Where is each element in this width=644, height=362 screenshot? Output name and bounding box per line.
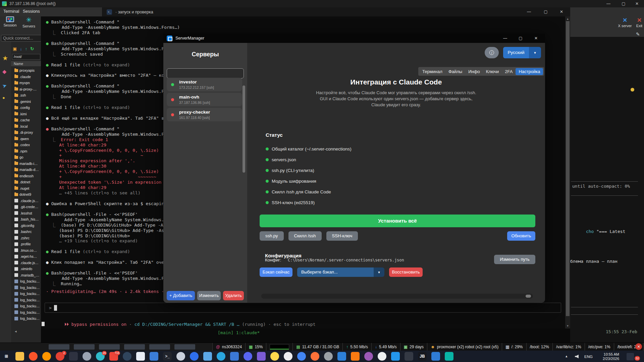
tree-item[interactable]: log_backu… bbox=[11, 303, 41, 309]
quick-connect-input[interactable]: Quick connect... bbox=[1, 35, 46, 42]
notification-center-icon[interactable] bbox=[627, 353, 634, 360]
taskbar-icon-gray-app[interactable] bbox=[83, 352, 92, 361]
taskbar-icon-light-app[interactable] bbox=[176, 352, 185, 361]
taskbar-icon-purple-app[interactable] bbox=[257, 352, 266, 361]
favorites-star-icon[interactable]: ★ bbox=[2, 54, 8, 62]
tree-item[interactable]: .npm bbox=[11, 148, 41, 155]
minimize-button[interactable]: — bbox=[601, 0, 615, 7]
taskbar-icon-firefox-browser[interactable] bbox=[42, 352, 51, 361]
taskbar-icon-blue-circle-app[interactable] bbox=[190, 352, 199, 361]
tray-expand-icon[interactable]: ▴ bbox=[566, 354, 568, 358]
taskbar-icon-edge-browser[interactable]: 26 bbox=[96, 352, 105, 361]
taskbar-icon-blue-app[interactable] bbox=[150, 352, 159, 361]
tree-item[interactable]: .claude bbox=[11, 74, 41, 80]
tree-item[interactable]: .tmux.co… bbox=[11, 247, 41, 254]
refresh-icon[interactable]: ↻ bbox=[30, 46, 34, 51]
tree-item[interactable]: .qwen bbox=[11, 136, 41, 142]
server-item[interactable]: main-ovh37.187.136.86 [ssh] bbox=[167, 93, 242, 106]
tab-Ключи[interactable]: Ключи bbox=[483, 68, 502, 75]
tree-item[interactable]: .nuget bbox=[11, 185, 41, 192]
install-all-button[interactable]: Установить всё bbox=[260, 215, 535, 227]
tree-item[interactable]: .ssh bbox=[11, 92, 41, 99]
taskbar-icon-settings-app[interactable] bbox=[324, 352, 333, 361]
yellow-dot-icon[interactable]: ● bbox=[2, 95, 5, 100]
tree-item[interactable]: ai-proxy-… bbox=[11, 86, 41, 93]
session-button[interactable]: Session bbox=[1, 16, 19, 27]
taskbar-icon-notepad[interactable] bbox=[136, 352, 145, 361]
taskbar-icon-terminal-app[interactable]: >_ bbox=[163, 352, 172, 361]
tree-item[interactable]: .git-crede… bbox=[11, 204, 41, 210]
tree-item[interactable]: log_backu… bbox=[11, 309, 41, 316]
terminal-scrollbar[interactable]: ▲ ▼ bbox=[565, 16, 570, 328]
servermanager-titlebar[interactable]: ServerManager bbox=[163, 34, 545, 43]
tree-item[interactable]: .bash_his… bbox=[11, 216, 41, 223]
tree-item[interactable]: .cache bbox=[11, 117, 41, 123]
menu-terminal[interactable]: Terminal bbox=[3, 9, 19, 14]
terminal-input-box[interactable]: > bbox=[45, 303, 561, 313]
tab-Файлы[interactable]: Файлы bbox=[445, 68, 465, 75]
taskbar-icon-telegram[interactable] bbox=[217, 352, 226, 361]
tree-item[interactable]: .claude.js… bbox=[11, 198, 41, 204]
taskbar-icon-jetbrains-toolbox[interactable]: JB bbox=[418, 352, 427, 361]
delete-server-button[interactable]: Удалить bbox=[223, 291, 244, 300]
taskbar-icon-photos-app[interactable] bbox=[230, 352, 239, 361]
taskbar-icon-anydesk[interactable]: 715 bbox=[109, 352, 118, 361]
taskbar-icon-docker[interactable] bbox=[391, 352, 400, 361]
tab-Терминал[interactable]: Терминал bbox=[419, 68, 445, 75]
install-part-button[interactable]: SSH-ключ bbox=[326, 231, 358, 241]
horizontal-scrollbar[interactable] bbox=[261, 294, 533, 299]
tree-item[interactable]: .codex bbox=[11, 142, 41, 148]
statusbar-close-button[interactable]: ✕ bbox=[635, 343, 642, 350]
tree-item[interactable]: .dotnet bbox=[11, 179, 41, 185]
taskbar-icon-paint-tool[interactable] bbox=[445, 352, 454, 361]
tree-item[interactable]: .di-proxy bbox=[11, 129, 41, 136]
tree-item[interactable]: .wget-hs… bbox=[11, 253, 41, 260]
pencil-icon[interactable]: ✎ bbox=[636, 32, 640, 37]
install-part-button[interactable]: ssh.py bbox=[260, 231, 284, 241]
taskbar-icon-dark-app[interactable] bbox=[69, 352, 78, 361]
tree-item[interactable]: .lesshst bbox=[11, 210, 41, 217]
menu-sessions[interactable]: Sessions bbox=[23, 9, 40, 14]
tree-column-header[interactable]: Name bbox=[11, 61, 41, 67]
sm-close-button[interactable]: ✕ bbox=[529, 34, 543, 43]
taskbar-icon-brave-browser[interactable] bbox=[29, 352, 38, 361]
tree-item[interactable]: .local bbox=[11, 123, 41, 130]
taskbar-icon-white-app[interactable] bbox=[378, 352, 387, 361]
scrollbar-thumb[interactable] bbox=[526, 295, 531, 298]
terminal-minimize-button[interactable]: — bbox=[521, 7, 537, 16]
servers-button[interactable]: ✳ Servers bbox=[19, 16, 38, 28]
server-item[interactable]: proxy-checker161.97.118.40 [ssh] bbox=[167, 108, 242, 121]
taskbar-icon-vscode[interactable] bbox=[337, 352, 346, 361]
tree-item[interactable]: .mariadb_… bbox=[11, 272, 41, 279]
taskbar-icon-chrome-profile[interactable]: 2 bbox=[56, 352, 65, 361]
edit-server-button[interactable]: Изменить bbox=[197, 291, 221, 300]
server-list-scrollbar[interactable] bbox=[243, 85, 245, 173]
tab-2FA[interactable]: 2FA bbox=[502, 68, 516, 75]
taskbar-icon-github-desktop[interactable] bbox=[284, 352, 293, 361]
tree-item[interactable]: endlessh bbox=[11, 173, 41, 179]
tree-item[interactable]: .gemini bbox=[11, 99, 41, 105]
taskbar-icon-file-explorer[interactable] bbox=[15, 352, 24, 361]
keyboard-language[interactable]: ENG bbox=[584, 355, 593, 359]
taskbar-icon-firefox-dev[interactable] bbox=[311, 352, 320, 361]
taskbar-icon-jetbrains-ide[interactable] bbox=[351, 352, 360, 361]
taskbar-icon-purple-circle-app[interactable] bbox=[364, 352, 373, 361]
tree-item[interactable]: log_backu… bbox=[11, 315, 41, 322]
taskbar-icon-chrome[interactable] bbox=[297, 352, 306, 361]
chevron-down-icon[interactable]: ▾ bbox=[374, 267, 384, 277]
tree-item[interactable]: proxyapis bbox=[11, 67, 41, 74]
taskbar-icon-start[interactable]: ⊞ bbox=[2, 352, 11, 361]
folder-up-icon[interactable]: ▣ bbox=[13, 46, 17, 51]
tree-item[interactable]: log_backu… bbox=[11, 285, 41, 291]
info-button[interactable]: i bbox=[485, 47, 499, 58]
taskbar-icon-yellow-app[interactable] bbox=[270, 352, 279, 361]
tree-item[interactable]: .gitconfig bbox=[11, 223, 41, 229]
tree-item[interactable]: go bbox=[11, 154, 41, 161]
taskbar-icon-blue-folder-app[interactable] bbox=[203, 352, 212, 361]
tree-scroll-left-icon[interactable]: ◂ bbox=[15, 329, 17, 334]
add-server-button[interactable]: + Добавить bbox=[167, 291, 195, 300]
install-part-button[interactable]: Скилл /ssh bbox=[288, 231, 322, 241]
tree-item[interactable]: log_backu… bbox=[11, 297, 41, 303]
upload-icon[interactable]: ↑ bbox=[25, 46, 28, 51]
tree-item[interactable]: .claude.js… bbox=[11, 260, 41, 266]
